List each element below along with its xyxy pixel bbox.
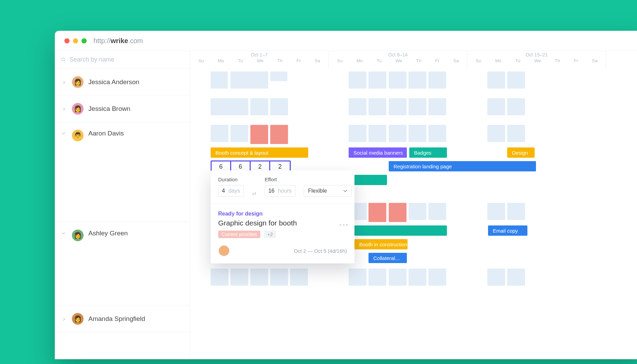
person-name: Aaron Davis [88, 130, 124, 137]
capacity-cell [409, 125, 426, 142]
traffic-lights [64, 38, 87, 43]
svg-line-1 [64, 60, 65, 61]
person-row[interactable]: › 👨 Aaron Davis [55, 122, 190, 222]
task-bar[interactable]: Social media banners [349, 147, 407, 158]
duration-label: Duration [218, 177, 244, 182]
effort-label: Effort [265, 177, 296, 182]
capacity-cell [211, 72, 228, 89]
task-bar[interactable]: Registration landing page [389, 161, 536, 171]
capacity-cell [428, 203, 446, 220]
close-icon[interactable] [64, 38, 70, 43]
url-domain: wrike [111, 37, 128, 44]
task-bar[interactable]: Email copy [488, 225, 527, 236]
person-name: Amanda Springfield [88, 315, 145, 323]
day-labels: SuMoTuWeThFrSa [467, 58, 606, 63]
capacity-cell [349, 125, 366, 142]
person-row[interactable]: › 👩 Jessica Brown [55, 95, 190, 122]
week-header: Oct 8–14 SuMoTuWeThFrSa [329, 51, 467, 69]
avatar: 👨 [72, 130, 84, 141]
capacity-cell [409, 98, 426, 115]
capacity-cell [487, 203, 505, 220]
search-input[interactable] [70, 56, 184, 63]
chevron-right-icon: › [61, 315, 67, 323]
capacity-cell [507, 72, 525, 89]
capacity-cell [369, 125, 386, 142]
task-bar[interactable] [354, 175, 387, 185]
capacity-cell [354, 203, 367, 220]
maximize-icon[interactable] [82, 38, 87, 43]
capacity-cell [487, 98, 505, 115]
chevron-down-icon: › [60, 230, 68, 236]
week-title: Oct 8–14 [329, 51, 467, 57]
capacity-cell [230, 72, 268, 89]
assignee-avatar[interactable] [218, 245, 230, 257]
task-bar[interactable]: Collateral… [369, 253, 407, 263]
capacity-cell [487, 72, 505, 89]
capacity-cell [230, 125, 248, 142]
capacity-cell [230, 269, 248, 286]
task-bar[interactable] [354, 225, 447, 236]
overload-cell [270, 125, 288, 144]
more-icon[interactable]: ••• [339, 222, 349, 229]
capacity-cell [428, 269, 446, 286]
minimize-icon[interactable] [73, 38, 78, 43]
person-name: Jessica Brown [88, 105, 130, 113]
capacity-cell [389, 98, 407, 115]
person-name: Ashley Green [88, 230, 128, 237]
task-bar[interactable]: Booth in construction [354, 239, 408, 249]
task-tags: Current priorities +2 [218, 231, 347, 238]
capacity-cell [369, 98, 386, 115]
capacity-cell [211, 269, 228, 286]
person-row[interactable]: › 👩 Ashley Green [55, 222, 190, 306]
task-title: Graphic design for booth [218, 219, 347, 227]
title-bar: http://wrike.com [55, 31, 637, 51]
capacity-cell [428, 125, 446, 142]
task-bar[interactable]: Design [507, 147, 535, 158]
capacity-cell [349, 98, 366, 115]
capacity-cell [507, 269, 525, 286]
duration-input[interactable]: 4 days [218, 185, 244, 197]
capacity-cell [409, 203, 426, 220]
chevron-down-icon: › [60, 130, 68, 136]
capacity-cell [290, 269, 308, 286]
avatar: 👩 [72, 103, 84, 115]
week-title: Oct 1–7 [190, 51, 328, 57]
avatar: 👩 [72, 230, 84, 241]
week-header: Oct 15–21 SuMoTuWeThFrSa [467, 51, 606, 69]
tag-more[interactable]: +2 [264, 231, 276, 238]
url-bar[interactable]: http://wrike.com [93, 37, 143, 45]
overload-cell [250, 125, 268, 144]
avatar: 👩 [72, 76, 84, 88]
capacity-cell [507, 125, 525, 142]
capacity-cell [270, 72, 287, 81]
url-suffix: .com [128, 37, 143, 44]
chevron-right-icon: › [61, 105, 67, 113]
person-name: Jessica Anderson [88, 78, 139, 86]
capacity-cell [270, 98, 288, 115]
task-detail-panel: Duration 4 days ⇄ Effort 16 hours . Flex… [211, 170, 354, 263]
person-row[interactable]: › 👩 Jessica Anderson [55, 69, 190, 95]
task-bar[interactable]: Booth concept & layout [211, 147, 308, 158]
capacity-cell [349, 269, 366, 286]
capacity-cell [409, 72, 426, 89]
capacity-cell [369, 269, 386, 286]
capacity-cell [507, 98, 525, 115]
week-title: Oct 15–21 [467, 51, 606, 57]
capacity-cell [369, 72, 386, 89]
capacity-cell [389, 269, 407, 286]
search-row [55, 51, 190, 69]
capacity-cell [211, 125, 228, 142]
tag[interactable]: Current priorities [218, 231, 260, 238]
avatar: 👩 [72, 313, 84, 325]
person-row[interactable]: › 👩 Amanda Springfield [55, 306, 190, 332]
day-labels: SuMoTuWeThFrSa [190, 58, 328, 63]
capacity-cell [487, 269, 505, 286]
task-bar[interactable]: Badges [409, 147, 447, 158]
effort-input[interactable]: 16 hours [265, 185, 296, 197]
day-labels: SuMoTuWeThFrSa [329, 58, 467, 63]
url-prefix: http:// [93, 37, 111, 44]
capacity-cell [507, 203, 525, 220]
task-status[interactable]: Ready for design [218, 211, 347, 217]
svg-point-0 [62, 58, 65, 61]
effort-mode-select[interactable]: Flexible [304, 185, 352, 197]
